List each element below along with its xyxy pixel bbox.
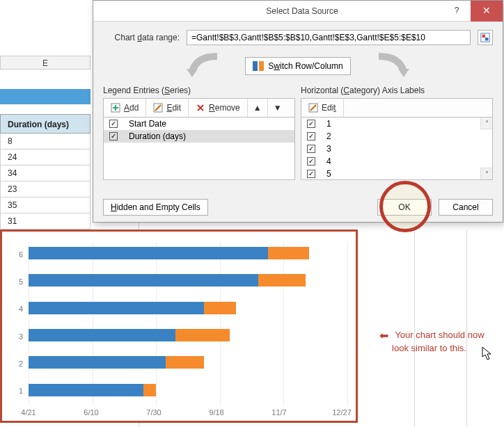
svg-rect-4	[259, 61, 264, 71]
range-picker-icon	[480, 33, 490, 42]
x-tick-label: 4/21	[21, 408, 36, 417]
axis-item-label: 2	[326, 131, 331, 141]
chevron-down-icon: ▼	[274, 103, 282, 113]
chart-bar-start	[29, 384, 143, 396]
axis-labels-title: Horizontal (Category) Axis Labels	[301, 86, 493, 95]
checkbox-icon[interactable]: ✓	[109, 132, 118, 140]
checkbox-icon[interactable]: ✓	[109, 120, 118, 128]
legend-toolbar: Add Edit Remove ▲ ▼	[103, 98, 295, 118]
close-icon: ✕	[482, 5, 491, 16]
callout-line2: look similar to this.	[392, 343, 466, 353]
ok-button[interactable]: OK	[377, 199, 432, 216]
hidden-empty-cells-button[interactable]: Hidden and Empty Cells	[103, 199, 208, 216]
axis-item-label: 4	[326, 156, 331, 166]
mouse-cursor-icon	[482, 346, 493, 360]
legend-add-label: Add	[124, 103, 139, 113]
sheet-cell[interactable]: 23	[0, 182, 90, 198]
chart-bar-duration	[166, 356, 204, 369]
sheet-cell[interactable]: 8	[0, 134, 90, 150]
range-picker-button[interactable]	[478, 30, 493, 45]
chevron-up-icon: ▲	[253, 103, 262, 113]
chart-bar-start	[29, 302, 204, 314]
sheet-cell[interactable]: 35	[0, 198, 90, 214]
chart-plot-area	[29, 241, 347, 405]
sheet-cell[interactable]: 31	[0, 214, 90, 229]
axis-labels-panel: Horizontal (Category) Axis Labels Edit ˄…	[301, 86, 493, 180]
y-tick-label: 1	[13, 387, 23, 395]
arrow-right-icon	[372, 52, 414, 80]
legend-listbox[interactable]: ✓ Start Date ✓ Duration (days)	[103, 118, 295, 180]
axis-toolbar: Edit	[301, 98, 493, 118]
y-tick-label: 2	[13, 360, 23, 368]
column-header-cell: Duration (days)	[0, 114, 90, 134]
legend-move-up-button[interactable]: ▲	[248, 99, 268, 117]
cancel-button[interactable]: Cancel	[439, 199, 493, 216]
help-button[interactable]: ?	[443, 1, 471, 22]
dialog-title-bar[interactable]: Select Data Source ? ✕	[93, 1, 503, 22]
edit-icon	[153, 103, 163, 113]
switch-row-column-label: Switch Row/Column	[268, 61, 342, 71]
x-tick-label: 11/7	[271, 408, 286, 417]
close-button[interactable]: ✕	[471, 1, 503, 22]
legend-item[interactable]: ✓ Start Date	[104, 118, 294, 130]
y-tick-label: 6	[13, 250, 23, 259]
sheet-cell[interactable]: 24	[0, 150, 90, 166]
legend-move-down-button[interactable]: ▼	[268, 99, 288, 117]
chart-bar-duration	[268, 247, 310, 259]
legend-remove-button[interactable]: Remove	[189, 99, 248, 117]
checkbox-icon[interactable]: ✓	[307, 170, 315, 178]
x-tick-label: 12/27	[332, 408, 352, 417]
arrow-left-icon: ⬅	[379, 328, 388, 344]
checkbox-icon[interactable]: ✓	[307, 120, 315, 128]
edit-icon	[308, 103, 318, 113]
axis-listbox[interactable]: ˄ ✓1 ✓2 ✓3 ✓4 ✓5 ˅	[301, 118, 493, 180]
checkbox-icon[interactable]: ✓	[307, 132, 315, 140]
scroll-up-button[interactable]: ˄	[480, 118, 492, 129]
arrow-left-icon	[182, 52, 224, 80]
chart-bar-start	[29, 329, 175, 341]
chart-bar-start	[29, 247, 268, 259]
svg-rect-2	[485, 38, 488, 40]
add-icon	[111, 103, 120, 113]
sheet-cell[interactable]: 34	[0, 166, 90, 182]
legend-edit-label: Edit	[166, 103, 181, 113]
switch-icon	[253, 61, 264, 71]
legend-item[interactable]: ✓ Duration (days)	[104, 130, 294, 143]
instruction-callout: ⬅ Your chart should now look similar to …	[379, 327, 485, 354]
x-tick-label: 7/30	[146, 408, 161, 417]
axis-edit-label: Edit	[322, 103, 336, 113]
axis-item[interactable]: ✓3	[301, 143, 492, 155]
legend-item-label: Start Date	[129, 119, 166, 129]
y-tick-label: 5	[13, 277, 23, 286]
axis-edit-button[interactable]: Edit	[301, 99, 344, 117]
chart-bar-row	[29, 268, 347, 296]
legend-add-button[interactable]: Add	[104, 99, 146, 117]
checkbox-icon[interactable]: ✓	[307, 157, 315, 166]
callout-line1: Your chart should now	[395, 330, 484, 340]
chart-bar-duration	[175, 329, 230, 341]
chart-bar-row	[29, 296, 347, 323]
checkbox-icon[interactable]: ✓	[307, 145, 315, 153]
switch-row-column-button[interactable]: Switch Row/Column	[245, 57, 350, 75]
x-tick-label: 9/18	[209, 408, 223, 417]
chart-bar-start	[29, 356, 166, 369]
chart-bar-row	[29, 323, 347, 351]
axis-item[interactable]: ✓4	[301, 155, 492, 168]
axis-item-label: 1	[326, 119, 331, 129]
chart-bar-duration	[204, 302, 236, 314]
chart-bar-row	[29, 241, 347, 268]
legend-edit-button[interactable]: Edit	[146, 99, 189, 117]
chart-bar-row	[29, 378, 347, 405]
axis-item[interactable]: ✓5	[301, 168, 492, 180]
y-tick-label: 3	[13, 332, 23, 341]
axis-item-label: 3	[326, 144, 331, 154]
select-data-source-dialog: Select Data Source ? ✕ Chart data range:…	[93, 0, 503, 223]
legend-remove-label: Remove	[209, 103, 240, 113]
chart-data-range-input[interactable]	[187, 30, 471, 45]
axis-item[interactable]: ✓1	[301, 118, 492, 130]
scroll-down-button[interactable]: ˅	[480, 168, 492, 179]
legend-item-label: Duration (days)	[129, 131, 186, 141]
y-tick-label: 4	[13, 305, 23, 313]
axis-item[interactable]: ✓2	[301, 130, 492, 143]
legend-entries-title: Legend Entries (Series)	[103, 86, 295, 95]
